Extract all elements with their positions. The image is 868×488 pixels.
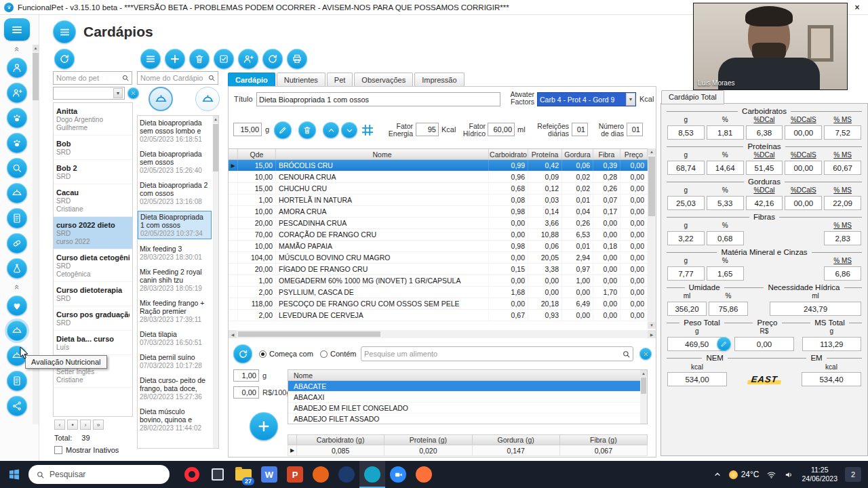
- food-list-item[interactable]: ABACATE: [288, 381, 647, 392]
- exams-icon[interactable]: [7, 158, 27, 178]
- pet-list-item[interactable]: Curso pos graduaçãoSRD: [54, 306, 132, 331]
- menu-button[interactable]: [140, 49, 161, 69]
- reports-icon[interactable]: [7, 371, 27, 391]
- cardapio-list-item[interactable]: Dieta bioapropriada sem ossos lombo e02/…: [138, 117, 212, 144]
- scroll-left-icon[interactable]: ◀: [229, 330, 237, 338]
- food-search-input[interactable]: [361, 350, 622, 358]
- tray-expand-icon[interactable]: [713, 470, 722, 479]
- task-view-icon[interactable]: [205, 461, 231, 488]
- cardapio-list-item[interactable]: Dieta tilapia07/03/2023 16:50:51: [138, 329, 212, 348]
- food-price-input[interactable]: [233, 386, 259, 399]
- table-row[interactable]: 2,00PSYLLIUM, CASCA DE1,680,000,001,700,…: [229, 287, 648, 298]
- nav-button[interactable]: »: [93, 420, 104, 430]
- table-row[interactable]: 10,00CENOURA CRUA0,960,090,020,280,00: [229, 171, 648, 183]
- scrollbar-thumb[interactable]: [33, 53, 39, 100]
- tab-cardapio[interactable]: Cardápio: [228, 73, 275, 87]
- menu-view-button[interactable]: [149, 87, 173, 111]
- cardapio-search-input[interactable]: [138, 74, 208, 82]
- portion-view-button[interactable]: [195, 87, 220, 111]
- atwater-dropdown[interactable]: Carb 4 - Prot 4 - Gord 9 ▼: [537, 92, 636, 106]
- refresh-menus-button[interactable]: [262, 49, 283, 69]
- edit-peso-button[interactable]: [717, 337, 731, 351]
- refresh-food-list-button[interactable]: [233, 344, 252, 363]
- dias-input[interactable]: [627, 123, 643, 136]
- radio-icon[interactable]: [320, 350, 328, 358]
- ingredients-scrollbar[interactable]: ▲ ▼: [648, 148, 656, 329]
- clear-pet-filter-button[interactable]: [127, 87, 139, 99]
- delete-ingredient-button[interactable]: [298, 121, 316, 139]
- scroll-right-icon[interactable]: ▶: [648, 330, 656, 338]
- ingredient-qty-input[interactable]: [233, 123, 262, 136]
- tab-cardapio-total[interactable]: Cardápio Total: [661, 90, 724, 104]
- food-list-item[interactable]: ABADEJO EM FILET CONGELADO: [288, 403, 647, 413]
- cardapio-list-item[interactable]: Dieta bioapropriada 2 com ossos02/05/202…: [138, 180, 212, 207]
- volume-icon[interactable]: [784, 470, 794, 480]
- fator-energia-input[interactable]: [416, 123, 439, 136]
- clock-app-icon[interactable]: [308, 461, 334, 488]
- pet-search-input[interactable]: [54, 74, 121, 82]
- scroll-up-icon[interactable]: ▲: [33, 45, 39, 52]
- cardapio-list-item[interactable]: Mix Feeding 2 royal canin shih tzu28/03/…: [138, 266, 212, 293]
- tab-observacoes[interactable]: Observações: [354, 73, 413, 87]
- scrollbar-thumb[interactable]: [238, 331, 380, 337]
- table-row[interactable]: 1,00HORTELÃ IN NATURA0,080,030,010,070,0…: [229, 195, 648, 206]
- nav-button[interactable]: •: [67, 420, 78, 430]
- close-button[interactable]: ×: [846, 0, 868, 15]
- cardapio-list-item[interactable]: Dieta pernil suíno07/03/2023 10:17:28: [138, 352, 212, 371]
- food-qty-input[interactable]: [233, 369, 259, 382]
- pet-list-item[interactable]: Curso dietoterapiaSRD: [54, 282, 132, 306]
- delete-button[interactable]: [189, 49, 210, 69]
- table-row[interactable]: 15,00CHUCHU CRU0,680,120,020,260,00: [229, 183, 648, 195]
- firefox-icon[interactable]: [411, 461, 437, 488]
- add-food-button[interactable]: [250, 412, 278, 441]
- scrollbar-thumb[interactable]: [641, 378, 646, 394]
- table-row[interactable]: 2,00LEVEDURA DE CERVEJA0,670,930,000,000…: [229, 310, 648, 321]
- notifications-button[interactable]: 2: [845, 467, 861, 482]
- pet-list-item[interactable]: curso 2022 dietoSRDcurso 2022: [54, 217, 132, 249]
- pet-filter-dropdown[interactable]: ▼: [53, 87, 125, 100]
- print-button[interactable]: [287, 49, 307, 69]
- cardapio-list-item[interactable]: Dieta músculo bovino, quinoa e28/02/2023…: [138, 406, 212, 433]
- cardapio-scrollbar[interactable]: ▲: [213, 116, 218, 448]
- pet-list-item[interactable]: BobSRD: [54, 136, 132, 160]
- grid-icon-button[interactable]: [360, 123, 375, 138]
- ingredients-hscrollbar[interactable]: ◀ ▶: [229, 330, 656, 338]
- checkbox-icon[interactable]: [54, 446, 62, 454]
- cardapio-list-item[interactable]: Mix feeding 328/03/2023 18:30:01: [138, 243, 212, 262]
- table-row[interactable]: 10,00MAMÃO PAPAIA0,980,060,010,180,00: [229, 241, 648, 252]
- move-down-button[interactable]: [341, 122, 357, 138]
- table-row[interactable]: 1,00OMEGADERM 60% 1000 MG (INOVET) 1 GR/…: [229, 275, 648, 287]
- move-up-button[interactable]: [323, 122, 339, 138]
- taskbar-clock[interactable]: 11:25 24/06/2023: [802, 466, 837, 483]
- users-icon[interactable]: [7, 58, 27, 78]
- table-row[interactable]: ▶15,00BRÓCOLIS CRU0,990,420,060,390,00: [229, 160, 648, 171]
- nav-button[interactable]: ‹: [54, 420, 65, 430]
- table-row[interactable]: 10,00AMORA CRUA0,980,140,040,170,00: [229, 206, 648, 218]
- funcionalpet-app-icon[interactable]: [359, 461, 385, 488]
- opera-browser-icon[interactable]: [179, 461, 205, 488]
- medications-icon[interactable]: [7, 233, 27, 253]
- show-inactive-checkbox[interactable]: Mostrar Inativos: [54, 446, 119, 454]
- powerpoint-icon[interactable]: P: [282, 461, 308, 488]
- scrollbar-thumb[interactable]: [213, 124, 218, 171]
- sharing-icon[interactable]: [7, 396, 27, 416]
- zoom-icon[interactable]: [385, 461, 411, 488]
- cardapio-list-item[interactable]: Dieta curso- peito de frango, bata doce,…: [138, 375, 212, 402]
- titulo-input[interactable]: [256, 92, 500, 106]
- start-button[interactable]: [0, 461, 28, 488]
- navy-app-icon[interactable]: [334, 461, 359, 488]
- taskbar-search[interactable]: Pesquisar: [28, 465, 170, 484]
- food-list-item[interactable]: ABACAXI: [288, 392, 647, 403]
- add-button[interactable]: [165, 49, 185, 69]
- cardapio-list-item[interactable]: Dieta Bioapropriada 1 com ossos02/05/202…: [138, 211, 212, 239]
- species-icon[interactable]: [7, 133, 27, 153]
- cardapios-menu-icon[interactable]: [53, 20, 76, 43]
- pet-list-item[interactable]: AnittaDogo ArgentinoGuilherme: [54, 103, 132, 136]
- word-app-icon[interactable]: W: [256, 461, 282, 488]
- table-row[interactable]: 104,00MÚSCULO BOVINO CRU MAGRO0,0020,052…: [229, 252, 648, 264]
- nav-button[interactable]: ›: [80, 420, 91, 430]
- food-list-scrollbar[interactable]: ▲: [640, 370, 647, 424]
- file-explorer-icon[interactable]: 27: [231, 461, 256, 488]
- pet-list-item[interactable]: Dieta ba... cursoLuís: [54, 331, 132, 355]
- food-list-item[interactable]: ABADEJO FILET ASSADO: [288, 413, 647, 424]
